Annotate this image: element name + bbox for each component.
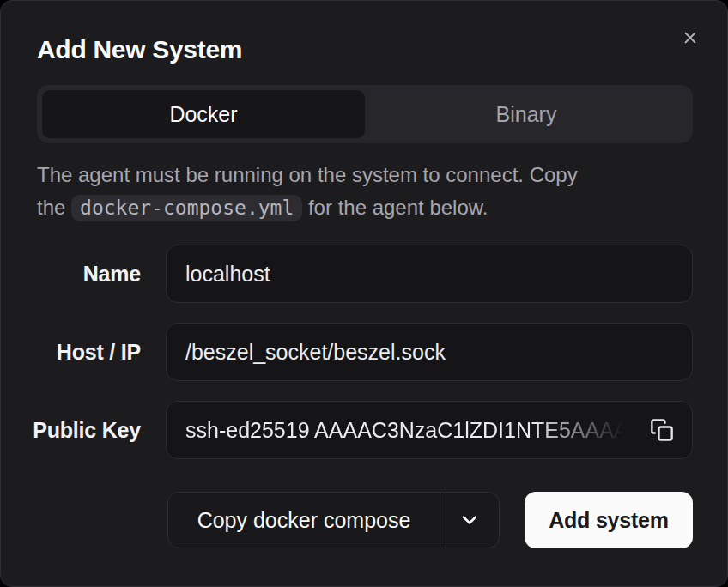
dialog-description: The agent must be running on the system …	[37, 159, 689, 224]
description-line2-prefix: the	[37, 196, 71, 219]
name-row: Name	[1, 245, 727, 303]
dialog-title: Add New System	[37, 35, 242, 64]
name-label: Name	[1, 245, 141, 303]
public-key-label: Public Key	[1, 401, 141, 459]
copy-compose-split-button: Copy docker compose	[167, 492, 500, 548]
description-line1: The agent must be running on the system …	[37, 163, 578, 186]
close-button[interactable]	[674, 21, 707, 54]
tab-binary[interactable]: Binary	[365, 90, 688, 138]
public-key-row: Public Key ssh-ed25519 AAAAC3NzaC1lZDI1N…	[1, 401, 727, 459]
compose-filename-code: docker-compose.yml	[71, 195, 302, 221]
copy-key-button[interactable]	[647, 415, 676, 445]
description-line2-suffix: for the agent below.	[302, 196, 488, 219]
tab-docker[interactable]: Docker	[42, 90, 365, 138]
name-input[interactable]	[166, 245, 693, 303]
copy-docker-compose-button[interactable]: Copy docker compose	[168, 493, 440, 548]
copy-compose-dropdown-button[interactable]	[440, 493, 499, 548]
public-key-input[interactable]: ssh-ed25519 AAAAC3NzaC1lZDI1NTE5AAAAI	[166, 401, 693, 459]
host-input[interactable]	[166, 323, 693, 381]
public-key-value: ssh-ed25519 AAAAC3NzaC1lZDI1NTE5AAAAI	[185, 418, 642, 443]
agent-type-tabs: Docker Binary	[37, 85, 693, 143]
dialog-footer: Copy docker compose Add system	[1, 492, 727, 548]
chevron-down-icon	[458, 508, 482, 532]
host-label: Host / IP	[1, 323, 141, 381]
add-new-system-dialog: Add New System Docker Binary The agent m…	[0, 0, 728, 587]
x-icon	[681, 28, 700, 47]
copy-icon	[650, 418, 674, 442]
host-row: Host / IP	[1, 323, 727, 381]
add-system-button[interactable]: Add system	[525, 492, 693, 548]
